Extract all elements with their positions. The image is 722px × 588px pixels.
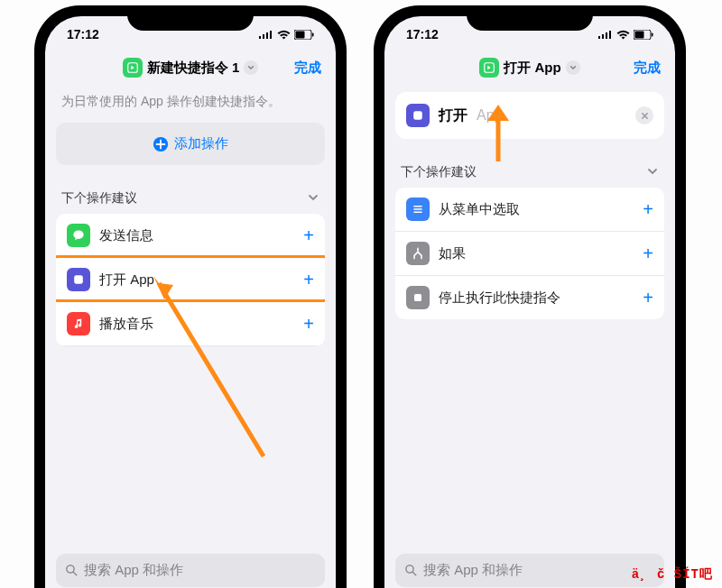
wifi-icon (277, 30, 291, 40)
search-input[interactable]: 搜索 App 和操作 (56, 554, 325, 587)
header: 打开 App 完成 (384, 52, 675, 87)
stop-icon (406, 286, 430, 309)
battery-icon (294, 30, 314, 40)
plus-circle-icon (153, 136, 169, 152)
search-icon (65, 564, 79, 577)
list-item[interactable]: 发送信息 + (56, 214, 325, 258)
header-title-group[interactable]: 打开 App (397, 58, 662, 78)
section-title: 下个操作建议 (401, 164, 477, 180)
shortcut-app-icon (479, 58, 499, 78)
section-header[interactable]: 下个操作建议 (395, 139, 664, 188)
header-title-group[interactable]: 新建快捷指令 1 (58, 58, 323, 78)
svg-rect-23 (413, 208, 422, 210)
list-item-label: 播放音乐 (99, 316, 294, 333)
svg-rect-15 (606, 32, 607, 39)
section-title: 下个操作建议 (61, 190, 137, 207)
chevron-down-icon[interactable] (244, 60, 258, 75)
svg-rect-13 (598, 36, 600, 39)
close-icon (641, 112, 649, 120)
svg-rect-5 (296, 31, 305, 38)
section-header[interactable]: 下个操作建议 (56, 165, 325, 214)
page-title: 打开 App (504, 60, 560, 77)
svg-rect-25 (414, 294, 421, 301)
open-app-icon (406, 104, 430, 127)
menu-icon (406, 198, 430, 221)
wifi-icon (616, 30, 630, 40)
clear-button[interactable] (635, 106, 653, 124)
music-icon (67, 312, 90, 335)
list-item[interactable]: 停止执行此快捷指令 + (395, 276, 664, 319)
svg-rect-0 (259, 36, 261, 39)
list-item-label: 从菜单中选取 (439, 201, 634, 218)
svg-point-26 (406, 565, 413, 573)
plus-icon[interactable]: + (303, 225, 314, 246)
search-icon (404, 564, 418, 577)
plus-icon[interactable]: + (303, 314, 314, 335)
svg-rect-16 (609, 31, 611, 39)
chevron-down-icon (646, 165, 659, 180)
suggestion-list: 发送信息 + 打开 App + 播放音乐 (56, 214, 325, 346)
list-item-label: 发送信息 (99, 227, 294, 244)
open-label: 打开 (439, 106, 467, 125)
chevron-down-icon[interactable] (566, 60, 580, 75)
svg-rect-6 (312, 32, 314, 36)
list-item[interactable]: 打开 App + (56, 258, 325, 302)
svg-point-11 (67, 565, 74, 573)
header: 新建快捷指令 1 完成 (45, 52, 336, 87)
list-item-label: 打开 App (99, 271, 294, 289)
svg-rect-19 (652, 32, 653, 36)
plus-icon[interactable]: + (303, 270, 314, 290)
shortcut-app-icon (123, 58, 143, 78)
battery-icon (634, 30, 653, 40)
status-icons (598, 30, 653, 40)
plus-icon[interactable]: + (643, 199, 653, 220)
done-button[interactable]: 完成 (634, 60, 661, 77)
notch (127, 5, 254, 31)
chevron-down-icon (307, 191, 319, 207)
list-item-label: 停止执行此快捷指令 (439, 289, 634, 307)
status-time: 17:12 (406, 27, 439, 41)
search-placeholder: 搜索 App 和操作 (84, 562, 183, 579)
open-action-card[interactable]: 打开 App (395, 92, 664, 139)
phone-left: 17:12 新建快捷指令 1 完成 (34, 5, 347, 588)
screen-left: 17:12 新建快捷指令 1 完成 (45, 16, 336, 588)
screen-right: 17:12 打开 App 完成 (384, 16, 675, 588)
svg-rect-14 (602, 34, 604, 39)
plus-icon[interactable]: + (643, 243, 653, 264)
svg-line-27 (412, 572, 415, 574)
notch (467, 5, 593, 31)
signal-icon (259, 30, 273, 39)
plus-icon[interactable]: + (643, 288, 653, 308)
status-icons (259, 30, 314, 40)
signal-icon (598, 30, 613, 39)
open-app-icon (67, 268, 90, 291)
list-item[interactable]: 如果 + (395, 232, 664, 276)
done-button[interactable]: 完成 (294, 60, 321, 77)
svg-rect-22 (413, 206, 422, 207)
svg-rect-1 (263, 34, 264, 39)
svg-rect-18 (635, 31, 644, 38)
search-placeholder: 搜索 App 和操作 (423, 562, 523, 579)
list-item-label: 如果 (439, 245, 634, 262)
app-placeholder[interactable]: App (477, 107, 502, 124)
phone-right: 17:12 打开 App 完成 (374, 5, 686, 588)
svg-rect-10 (74, 275, 83, 284)
list-item[interactable]: 从菜单中选取 + (395, 188, 664, 232)
search-input[interactable]: 搜索 App 和操作 (395, 554, 664, 587)
svg-rect-3 (270, 31, 272, 39)
add-action-button[interactable]: 添加操作 (56, 123, 325, 165)
helper-text: 为日常使用的 App 操作创建快捷指令。 (56, 87, 325, 123)
messages-icon (67, 224, 90, 247)
svg-point-9 (73, 230, 83, 239)
if-icon (406, 242, 430, 265)
svg-rect-24 (413, 211, 422, 213)
list-item[interactable]: 播放音乐 + (56, 302, 325, 346)
page-title: 新建快捷指令 1 (147, 60, 240, 77)
watermark: ä¸ č ŠÍT吧 (632, 566, 713, 583)
status-time: 17:12 (67, 27, 99, 41)
svg-rect-21 (413, 111, 422, 120)
svg-line-12 (73, 572, 76, 574)
add-action-label: 添加操作 (174, 135, 228, 152)
svg-rect-2 (266, 32, 268, 39)
suggestion-list: 从菜单中选取 + 如果 + 停止执行此快捷指令 (395, 188, 664, 319)
